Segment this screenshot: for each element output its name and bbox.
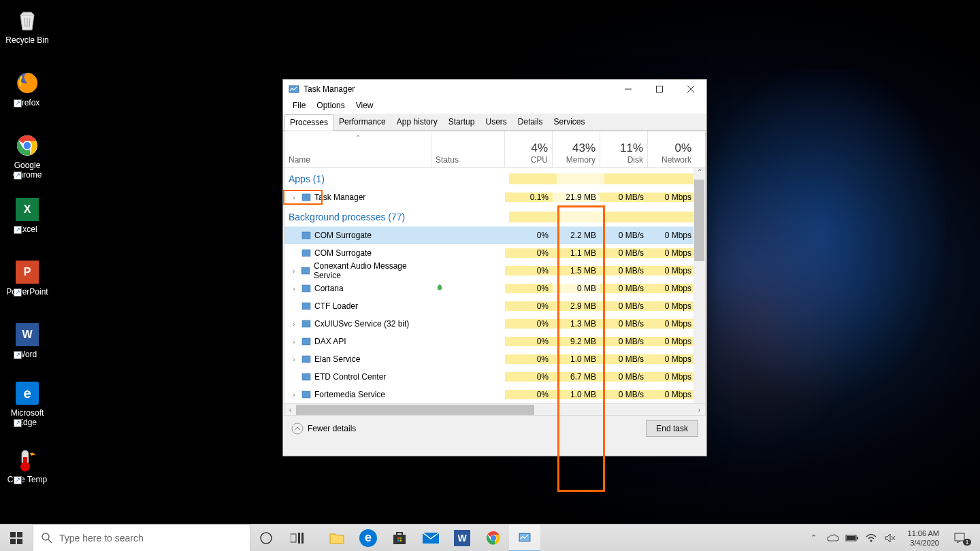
tab-app-history[interactable]: App history	[391, 114, 443, 130]
process-name: Task Manager	[314, 193, 365, 202]
tab-services[interactable]: Services	[549, 114, 591, 130]
process-row[interactable]: ›CxUIUSvc Service (32 bit) 0% 1.3 MB 0 M…	[284, 315, 705, 333]
end-task-button[interactable]: End task	[646, 420, 698, 437]
column-header-network[interactable]: 0%Network	[648, 131, 696, 167]
date: 3/4/2020	[908, 538, 939, 548]
start-button[interactable]	[0, 524, 33, 552]
scroll-left-icon[interactable]: ‹	[284, 404, 296, 416]
memory-value: 1.3 MB	[553, 319, 600, 329]
svg-rect-10	[289, 86, 299, 93]
cpu-value: 0%	[505, 284, 553, 293]
svg-rect-34	[291, 534, 296, 542]
memory-value: 6.7 MB	[553, 372, 600, 382]
shortcut-arrow-icon: ↗	[14, 419, 22, 427]
clock[interactable]: 11:06 AM 3/4/2020	[902, 529, 945, 548]
expand-icon[interactable]: ›	[290, 285, 298, 293]
disk-value: 0 MB/s	[600, 284, 648, 293]
menu-file[interactable]: File	[289, 99, 310, 114]
desktop-icon-edge[interactable]: e↗ Microsoft Edge	[1, 380, 53, 427]
expand-icon[interactable]: ›	[290, 194, 298, 201]
process-row[interactable]: ›Elan Service 0% 1.0 MB 0 MB/s 0 Mbps	[284, 350, 705, 368]
process-row[interactable]: ›Task Manager 0.1% 21.9 MB 0 MB/s 0 Mbps	[284, 188, 705, 206]
maximize-button[interactable]	[644, 80, 675, 99]
column-headers: ⌃ Name Status 4%CPU 43%Memory 11%Disk 0%…	[284, 131, 705, 168]
process-row[interactable]: COM Surrogate 0% 1.1 MB 0 MB/s 0 Mbps	[284, 244, 705, 262]
process-row[interactable]: ›Fortemedia Service 0% 1.0 MB 0 MB/s 0 M…	[284, 386, 705, 403]
process-row[interactable]: ›Cortana 0% 0 MB 0 MB/s 0 Mbps	[284, 280, 705, 297]
desktop-icon-recycle-bin[interactable]: Recycle Bin	[1, 7, 53, 45]
scrollbar-thumb[interactable]	[694, 180, 704, 261]
volume-muted-icon[interactable]	[883, 531, 897, 545]
battery-icon[interactable]	[845, 531, 859, 545]
onedrive-icon[interactable]	[826, 531, 840, 545]
notifications-button[interactable]: 1	[950, 524, 977, 552]
fewer-details-button[interactable]: Fewer details	[291, 422, 356, 435]
leaf-icon	[436, 284, 444, 292]
scroll-right-icon[interactable]: ›	[693, 404, 705, 416]
titlebar[interactable]: Task Manager	[283, 80, 706, 99]
desktop-icon-chrome[interactable]: ↗ Google Chrome	[1, 132, 53, 180]
column-header-memory[interactable]: 43%Memory	[553, 131, 600, 167]
column-header-name[interactable]: ⌃ Name	[284, 131, 431, 167]
expand-icon[interactable]: ›	[290, 320, 298, 328]
tab-performance[interactable]: Performance	[333, 114, 391, 130]
task-view-button[interactable]	[282, 524, 313, 552]
vertical-scrollbar[interactable]: ⌃	[693, 168, 705, 405]
process-row[interactable]: ETD Control Center 0% 6.7 MB 0 MB/s 0 Mb…	[284, 368, 705, 386]
search-box[interactable]: Type here to search	[33, 524, 250, 552]
scrollbar-thumb[interactable]	[296, 405, 534, 415]
taskbar-app-store[interactable]	[384, 524, 415, 552]
cortana-button[interactable]	[250, 524, 282, 552]
process-icon	[301, 336, 312, 347]
disk-value: 0 MB/s	[600, 390, 648, 399]
process-list[interactable]: Apps (1) ›Task Manager 0.1% 21.9 MB 0 MB…	[284, 168, 705, 416]
taskbar-app-edge[interactable]: e	[353, 524, 384, 552]
process-name: CTF Loader	[314, 301, 358, 311]
wifi-icon[interactable]	[864, 531, 878, 545]
desktop-icon-powerpoint[interactable]: P↗ PowerPoint	[1, 258, 53, 297]
desktop-icon-excel[interactable]: X↗ Excel	[1, 196, 53, 234]
svg-rect-48	[847, 536, 855, 540]
menu-options[interactable]: Options	[312, 99, 348, 114]
column-header-status[interactable]: Status	[431, 131, 505, 167]
process-row[interactable]: CTF Loader 0% 2.9 MB 0 MB/s 0 Mbps	[284, 297, 705, 315]
minimize-button[interactable]	[612, 80, 644, 99]
menu-view[interactable]: View	[352, 99, 378, 114]
disk-value: 0 MB/s	[600, 354, 648, 364]
taskbar-app-file-explorer[interactable]	[321, 524, 353, 552]
process-row[interactable]: COM Surrogate 0% 2.2 MB 0 MB/s 0 Mbps	[284, 227, 705, 244]
expand-icon[interactable]: ›	[290, 267, 298, 275]
cpu-value: 0.1%	[505, 193, 553, 202]
svg-rect-12	[657, 86, 663, 93]
svg-rect-19	[302, 285, 310, 292]
expand-icon[interactable]: ›	[290, 391, 298, 399]
taskbar-app-task-manager[interactable]	[509, 524, 540, 552]
desktop-icon-label: Microsoft Edge	[1, 408, 53, 427]
network-value: 0 Mbps	[648, 231, 696, 240]
column-header-cpu[interactable]: 4%CPU	[505, 131, 553, 167]
tab-users[interactable]: Users	[480, 114, 512, 130]
taskbar-app-word[interactable]: W	[446, 524, 478, 552]
shortcut-arrow-icon: ↗	[14, 171, 22, 180]
expand-icon[interactable]: ›	[290, 356, 298, 363]
process-table: ⌃ Name Status 4%CPU 43%Memory 11%Disk 0%…	[284, 131, 706, 416]
memory-value: 1.0 MB	[553, 390, 600, 399]
close-button[interactable]	[675, 80, 706, 99]
tab-startup[interactable]: Startup	[443, 114, 480, 130]
desktop-icon-coretemp[interactable]: ↗ Core Temp	[1, 446, 53, 484]
desktop-icon-firefox[interactable]: ↗ Firefox	[1, 69, 53, 107]
scroll-up-icon[interactable]: ⌃	[693, 168, 705, 180]
process-row[interactable]: ›DAX API 0% 9.2 MB 0 MB/s 0 Mbps	[284, 333, 705, 350]
taskbar-app-mail[interactable]	[415, 524, 446, 552]
tabs: Processes Performance App history Startu…	[283, 114, 706, 131]
taskbar-app-chrome[interactable]	[478, 524, 509, 552]
column-header-disk[interactable]: 11%Disk	[600, 131, 648, 167]
expand-icon[interactable]: ›	[290, 338, 298, 346]
horizontal-scrollbar[interactable]: ‹ ›	[284, 403, 705, 415]
tray-chevron-icon[interactable]: ⌃	[807, 531, 821, 545]
tab-processes[interactable]: Processes	[284, 114, 333, 131]
memory-value: 9.2 MB	[553, 337, 600, 346]
process-row[interactable]: ›Conexant Audio Message Service 0% 1.5 M…	[284, 262, 705, 280]
desktop-icon-word[interactable]: W↗ Word	[1, 321, 53, 359]
tab-details[interactable]: Details	[512, 114, 549, 130]
